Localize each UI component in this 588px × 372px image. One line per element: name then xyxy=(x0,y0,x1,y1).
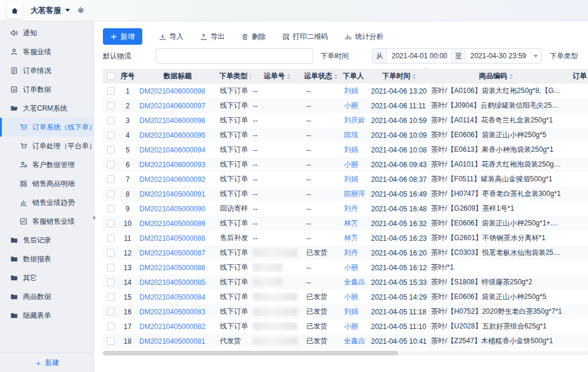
gear-icon[interactable] xyxy=(77,6,85,14)
sort-caret-icon[interactable] xyxy=(509,74,513,79)
home-button[interactable] xyxy=(7,3,22,18)
sidebar-item-aftersale-records[interactable]: 售后记录 xyxy=(0,231,93,250)
sidebar-item-product-data[interactable]: 商品数据 xyxy=(0,287,93,306)
sidebar-item-order-status[interactable]: 订单情况 xyxy=(0,61,93,80)
order-title-link[interactable]: DM20210406000093 xyxy=(139,161,205,169)
sidebar-item-others[interactable]: 其它 xyxy=(0,268,93,287)
order-title-link[interactable]: DM20210405000084 xyxy=(139,293,205,301)
sidebar-item-sales-product-detail[interactable]: 销售商品明细 xyxy=(0,174,93,193)
buyer-link[interactable]: 刘娟 xyxy=(344,145,358,155)
sidebar-item-order-data[interactable]: 订单数据 xyxy=(0,80,93,99)
stats-button[interactable]: 统计分析 xyxy=(345,32,383,42)
order-title-link[interactable]: DM20210406000098 xyxy=(139,87,205,95)
buyer-link[interactable]: 刘丹 xyxy=(344,204,358,214)
sidebar-item-crm-system[interactable]: 大茗CRM系统 xyxy=(0,99,93,118)
sidebar-item-service-performance[interactable]: 客服业绩 xyxy=(0,42,93,61)
row-checkbox[interactable] xyxy=(107,131,115,139)
date-to-value[interactable]: 2021-04-30 23:59 xyxy=(466,49,530,63)
sidebar-item-order-system-offline[interactable]: 订单系统（线下单） xyxy=(0,118,93,137)
chevron-down-icon[interactable] xyxy=(530,49,541,63)
buyer-link[interactable]: 全鑫垚 xyxy=(344,277,365,287)
row-checkbox[interactable] xyxy=(107,293,115,301)
row-checkbox[interactable] xyxy=(107,146,115,154)
sidebar-item-hidden-forms[interactable]: 隐藏表单 xyxy=(0,306,93,325)
app-title[interactable]: 大茗客服 xyxy=(31,5,61,16)
buyer-link[interactable]: 全鑫垚 xyxy=(344,336,365,346)
buyer-link[interactable]: 小丽 xyxy=(344,263,358,273)
sidebar-item-data-reports[interactable]: 数据报表 xyxy=(0,250,93,268)
column-header-3[interactable]: 下单类型 xyxy=(218,71,251,81)
row-checkbox[interactable] xyxy=(107,278,115,286)
order-title-link[interactable]: DM20210406000095 xyxy=(139,131,205,140)
order-title-cell: DM20210405000086 xyxy=(137,264,218,272)
order-title-link[interactable]: DM20210405000085 xyxy=(139,278,205,287)
import-button[interactable]: 导入 xyxy=(159,32,183,42)
buyer-link[interactable]: 刘丹 xyxy=(344,248,358,258)
column-header-5[interactable]: 运单状态 xyxy=(303,71,339,81)
order-title-link[interactable]: DM20210406000094 xyxy=(139,146,205,154)
sidebar-item-order-process-platform[interactable]: 订单处理（平台单） xyxy=(0,137,93,155)
row-checkbox[interactable] xyxy=(107,323,115,330)
buyer-link[interactable]: 刘娟 xyxy=(344,307,358,317)
order-title-link[interactable]: DM20210406000092 xyxy=(139,175,205,184)
order-title-link[interactable]: DM20210405000083 xyxy=(139,308,205,316)
order-title-link[interactable]: DM20210405000086 xyxy=(139,264,205,272)
select-all-checkbox[interactable] xyxy=(107,72,115,80)
row-checkbox[interactable] xyxy=(107,337,115,345)
sort-caret-icon[interactable] xyxy=(287,74,290,79)
buyer-link[interactable]: 小丽 xyxy=(344,101,358,111)
sidebar-item-service-sales[interactable]: 客服销售业绩 xyxy=(0,212,93,231)
sort-caret-icon[interactable] xyxy=(412,74,416,79)
horizontal-scrollbar-thumb[interactable] xyxy=(103,351,398,356)
row-checkbox[interactable] xyxy=(107,308,115,315)
column-header-4[interactable]: 运单号 xyxy=(251,71,303,81)
row-checkbox[interactable] xyxy=(107,234,115,242)
order-title-cell: DM20210405000084 xyxy=(137,293,218,301)
row-checkbox[interactable] xyxy=(107,117,115,124)
buyer-link[interactable]: 陈丽萍 xyxy=(344,189,365,199)
row-checkbox[interactable] xyxy=(107,102,115,109)
buyer-link[interactable]: 刘庆龄 xyxy=(344,115,365,125)
order-title-link[interactable]: DM20210405000081 xyxy=(139,337,205,346)
buyer-link[interactable]: 刘娟 xyxy=(344,174,358,184)
row-checkbox[interactable] xyxy=(107,264,115,271)
column-header-7[interactable]: 下单时间 xyxy=(369,71,429,81)
column-header-8[interactable]: 商品编码 xyxy=(429,71,562,81)
sidebar-item-customer-data[interactable]: 客户数据管理 xyxy=(0,155,93,174)
row-checkbox[interactable] xyxy=(107,87,115,95)
order-title-link[interactable]: DM20210405000088 xyxy=(139,234,205,243)
row-checkbox[interactable] xyxy=(107,220,115,227)
order-title-cell: DM20210405000090 xyxy=(137,205,218,213)
sidebar-item-notice[interactable]: 通知 xyxy=(0,24,93,42)
order-title-link[interactable]: DM20210405000087 xyxy=(139,249,205,257)
order-title-link[interactable]: DM20210405000082 xyxy=(139,323,205,331)
buyer-link[interactable]: 刘娟 xyxy=(344,86,358,96)
buyer-link[interactable]: 陈瑶 xyxy=(344,130,358,140)
delete-button[interactable]: 删除 xyxy=(241,32,266,42)
logistics-input[interactable] xyxy=(156,48,313,64)
buyer-link[interactable]: 小丽 xyxy=(344,321,358,331)
add-button[interactable]: 新增 xyxy=(103,28,142,45)
print-qr-button[interactable]: 打印二维码 xyxy=(282,32,328,42)
order-title-link[interactable]: DM20210405000089 xyxy=(139,220,205,228)
row-checkbox[interactable] xyxy=(107,175,115,183)
order-title-link[interactable]: DM20210405000091 xyxy=(139,190,205,198)
order-title-link[interactable]: DM20210405000090 xyxy=(139,205,205,213)
row-checkbox[interactable] xyxy=(107,161,115,168)
sidebar-collapse-handle[interactable] xyxy=(91,211,96,225)
buyer-link[interactable]: 林芳 xyxy=(344,233,358,243)
order-title-link[interactable]: DM20210406000096 xyxy=(139,117,205,125)
row-checkbox[interactable] xyxy=(107,249,115,257)
export-button[interactable]: 导出 xyxy=(200,32,225,42)
new-form-button[interactable]: ＋ 新建 xyxy=(0,353,93,372)
row-checkbox[interactable] xyxy=(107,190,115,198)
buyer-link[interactable]: 小丽 xyxy=(344,292,358,302)
row-checkbox[interactable] xyxy=(107,205,115,212)
buyer-link[interactable]: 小丽 xyxy=(344,160,358,170)
order-title-link[interactable]: DM20210406000097 xyxy=(139,102,205,110)
chevron-down-icon[interactable] xyxy=(65,9,70,12)
sidebar-item-sales-trend[interactable]: 销售业绩趋势 xyxy=(0,193,93,212)
date-from-value[interactable]: 2021-04-01 00:00 xyxy=(387,49,452,63)
buyer-link[interactable]: 林芳 xyxy=(344,218,358,228)
sort-caret-icon[interactable] xyxy=(334,74,338,79)
